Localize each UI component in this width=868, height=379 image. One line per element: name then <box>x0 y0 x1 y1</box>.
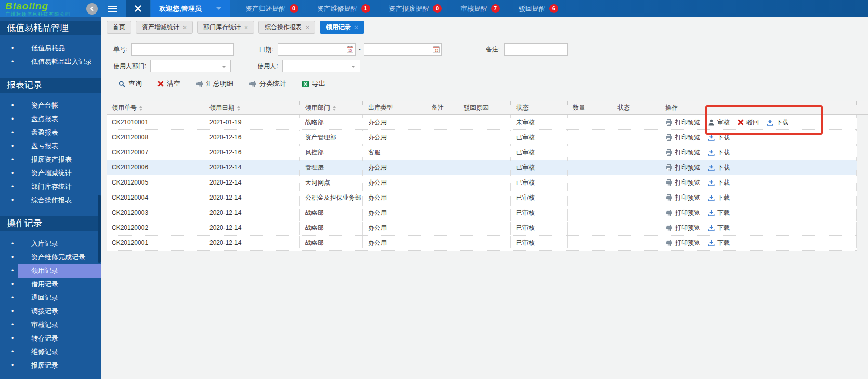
sidebar-collapse-button[interactable] <box>86 3 98 15</box>
sidebar-item[interactable]: •审核记录 <box>0 318 101 332</box>
sidebar-item-label: 资产增减统计 <box>31 166 101 180</box>
print-preview-link[interactable]: 打印预览 <box>665 118 700 127</box>
chevron-left-icon <box>89 6 95 11</box>
calendar-icon[interactable]: 15 <box>433 46 440 53</box>
user-dept-select[interactable] <box>150 60 231 72</box>
notification-item[interactable]: 驳回提醒6 <box>519 4 558 14</box>
date-start-input[interactable] <box>278 43 356 56</box>
column-label: 操作 <box>665 103 678 112</box>
download-icon <box>708 194 715 201</box>
sidebar-item[interactable]: •盘点报表 <box>0 112 101 126</box>
tab-1[interactable]: 资产增减统计× <box>136 21 193 34</box>
calendar-icon[interactable]: 15 <box>347 46 353 53</box>
print-preview-link[interactable]: 打印预览 <box>665 163 700 172</box>
records-table: 领用单号领用日期领用部门出库类型备注驳回原因状态数量状态操作 CK2101000… <box>107 101 868 251</box>
notification-item[interactable]: 审核提醒7 <box>461 4 500 14</box>
download-link[interactable]: 下载 <box>708 239 730 247</box>
sidebar-item[interactable]: •退回记录 <box>0 291 101 305</box>
sidebar-item-label: 退回记录 <box>31 291 101 305</box>
cell: 2020-12-14 <box>204 205 300 220</box>
download-link[interactable]: 下载 <box>708 133 730 142</box>
tab-0[interactable]: 首页 <box>107 21 131 34</box>
print-preview-link[interactable]: 打印预览 <box>665 133 700 142</box>
print-preview-link[interactable]: 打印预览 <box>665 178 700 187</box>
sidebar-item[interactable]: •低值易耗品 <box>0 42 101 55</box>
sidebar-item[interactable]: •资产增减统计 <box>0 166 101 180</box>
close-icon[interactable]: × <box>354 24 358 31</box>
sidebar-item[interactable]: •报废资产报表 <box>0 153 101 166</box>
remark-input[interactable] <box>504 43 568 56</box>
cell: 客服 <box>363 145 426 160</box>
close-icon[interactable]: × <box>183 24 187 31</box>
cell: CK21010001 <box>107 115 204 129</box>
user-label: 使用人: <box>257 62 278 71</box>
print-preview-link[interactable]: 打印预览 <box>665 193 700 202</box>
sidebar-item[interactable]: •资产维修完成记录 <box>0 251 101 264</box>
download-link[interactable]: 下载 <box>708 193 730 202</box>
order-no-input[interactable] <box>131 43 234 56</box>
close-button[interactable] <box>126 0 150 17</box>
download-link[interactable]: 下载 <box>708 224 730 232</box>
tab-label: 综合操作报表 <box>265 23 302 32</box>
user-select[interactable] <box>282 60 360 72</box>
summary-detail-button[interactable]: 汇总明细 <box>196 79 233 88</box>
sidebar-item[interactable]: •部门库存统计 <box>0 180 101 193</box>
action-label: 下载 <box>717 178 730 187</box>
sidebar-item[interactable]: •借用记录 <box>0 278 101 291</box>
print-preview-link[interactable]: 打印预览 <box>665 208 700 217</box>
column-header: 状态 <box>511 101 568 114</box>
sidebar-scrollbar-thumb[interactable] <box>98 195 101 263</box>
toolbar-button-label: 分类统计 <box>259 79 286 88</box>
sort-icon[interactable] <box>333 106 336 111</box>
column-label: 出库类型 <box>368 103 393 112</box>
notification-item[interactable]: 资产归还提醒0 <box>245 4 298 14</box>
cell <box>568 190 612 205</box>
sidebar-item[interactable]: •调拨记录 <box>0 305 101 318</box>
download-link[interactable]: 下载 <box>708 148 730 157</box>
clear-button[interactable]: 清空 <box>157 79 180 88</box>
cell: 已审核 <box>511 220 568 235</box>
sidebar-item-label: 综合操作报表 <box>31 193 101 207</box>
download-link[interactable]: 下载 <box>708 178 730 187</box>
tab-4[interactable]: 领用记录× <box>320 21 364 34</box>
sidebar-item[interactable]: •领用记录 <box>0 264 101 278</box>
print-preview-link[interactable]: 打印预览 <box>665 239 700 247</box>
sidebar-item[interactable]: •低值易耗品出入记录 <box>0 55 101 69</box>
cell-actions: 打印预览下载 <box>660 190 857 205</box>
date-end-input[interactable] <box>364 43 442 56</box>
user-dept-label: 使用人部门: <box>113 62 146 71</box>
download-link[interactable]: 下载 <box>708 163 730 172</box>
sidebar-item[interactable]: •报废记录 <box>0 359 101 372</box>
sidebar-item[interactable]: •转存记录 <box>0 332 101 345</box>
sort-icon[interactable] <box>237 106 240 111</box>
sidebar-item[interactable]: •维修记录 <box>0 345 101 359</box>
cell <box>426 220 458 235</box>
audit-link[interactable]: 审核 <box>708 118 730 127</box>
tab-2[interactable]: 部门库存统计× <box>197 21 254 34</box>
download-link[interactable]: 下载 <box>767 118 788 127</box>
query-button[interactable]: 查询 <box>119 79 142 88</box>
search-icon <box>119 81 125 87</box>
sort-icon[interactable] <box>139 106 142 111</box>
cell: 资产管理部 <box>300 130 363 145</box>
sidebar-item[interactable]: •资产台帐 <box>0 99 101 112</box>
export-button[interactable]: 导出 <box>302 79 325 88</box>
sidebar-item[interactable]: •入库记录 <box>0 237 101 251</box>
notification-item[interactable]: 资产报废提醒0 <box>389 4 442 14</box>
sidebar-item[interactable]: •综合操作报表 <box>0 193 101 207</box>
tab-3[interactable]: 综合操作报表× <box>258 21 315 34</box>
print-preview-link[interactable]: 打印预览 <box>665 224 700 232</box>
user-menu[interactable]: 欢迎您,管理员 <box>151 0 230 17</box>
close-icon[interactable]: × <box>244 24 248 31</box>
reject-link[interactable]: 驳回 <box>738 118 759 127</box>
tab-label: 部门库存统计 <box>203 23 241 32</box>
menu-icon[interactable] <box>108 4 117 14</box>
cell: 办公用 <box>363 220 426 235</box>
category-stats-button[interactable]: 分类统计 <box>249 79 286 88</box>
print-preview-link[interactable]: 打印预览 <box>665 148 700 157</box>
notification-item[interactable]: 资产维修提醒1 <box>317 4 370 14</box>
close-icon[interactable]: × <box>306 24 309 31</box>
sidebar-item[interactable]: •盘盈报表 <box>0 126 101 139</box>
download-link[interactable]: 下载 <box>708 208 730 217</box>
sidebar-item[interactable]: •盘亏报表 <box>0 139 101 153</box>
